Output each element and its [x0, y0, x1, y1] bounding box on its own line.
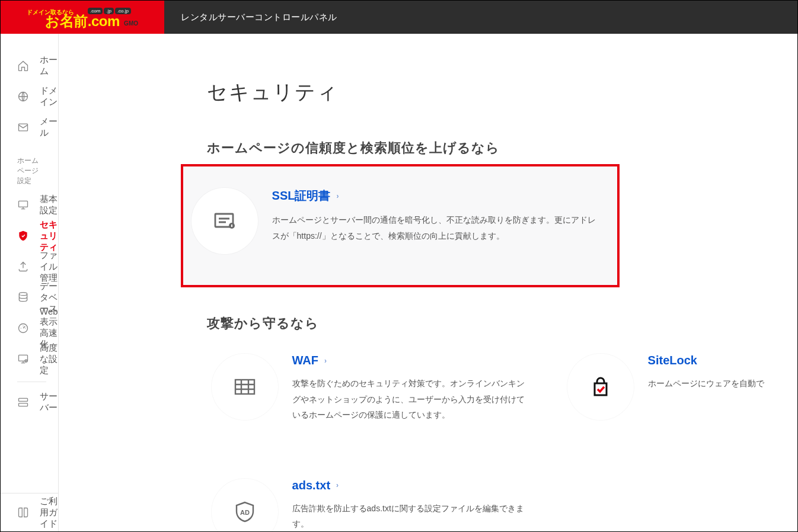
sidebar-item-label: サーバー — [40, 391, 58, 414]
sidebar: ホーム ドメイン メール ホームページ設定 — [1, 34, 59, 531]
brand-dot: .com — [88, 13, 120, 29]
sidebar-item-label: ドメイン — [40, 85, 58, 108]
svg-point-3 — [19, 293, 27, 296]
svg-text:AD: AD — [240, 509, 250, 516]
card-title-text: SSL証明書 — [272, 188, 331, 204]
card-desc-ssl: ホームページとサーバー間の通信を暗号化し、不正な読み取りを防ぎます。更にアドレス… — [272, 212, 599, 243]
sidebar-item-mail[interactable]: メール — [1, 112, 58, 143]
server-icon — [17, 396, 29, 408]
card-title-text: ads.txt — [292, 479, 330, 492]
database-icon — [17, 291, 29, 303]
badge-com: .com — [88, 8, 103, 14]
sidebar-item-label: ホーム — [40, 55, 58, 77]
ssl-icon — [191, 188, 258, 254]
card-desc-adstxt: 広告詐欺を防止するads.txtに関する設定ファイルを編集できます。 — [292, 501, 527, 532]
sidebar-item-label: ファイル管理 — [40, 250, 58, 284]
chevron-right-icon: › — [336, 481, 339, 489]
home-icon — [17, 60, 29, 72]
sidebar-item-server[interactable]: サーバー — [1, 387, 58, 418]
svg-rect-8 — [19, 403, 28, 406]
brand-badges: .com .jp .co.jp — [88, 8, 131, 14]
badge-jp: .jp — [104, 8, 113, 14]
sidebar-item-label: ご利用ガイド — [40, 496, 58, 530]
card-desc-sitelock: ホームページにウェアを自動で — [648, 376, 798, 392]
section-heading-attack: 攻撃から守るなら — [207, 315, 798, 332]
sidebar-item-advanced[interactable]: 高度な設定 — [1, 344, 58, 374]
upload-icon — [17, 261, 29, 273]
brand-name: お名前.com — [45, 14, 120, 28]
sidebar-item-label: 高度な設定 — [40, 342, 58, 376]
brand-main: お名前 — [45, 13, 88, 29]
waf-icon — [212, 354, 278, 420]
sidebar-section-label-text: ホームページ設定 — [17, 156, 39, 186]
card-title-text: SiteLock — [648, 354, 697, 367]
sidebar-section-homepage: ホームページ設定 — [1, 143, 58, 190]
sidebar-item-label: セキュリティ — [40, 219, 58, 253]
card-ssl[interactable]: SSL証明書 › ホームページとサーバー間の通信を暗号化し、不正な読み取りを防ぎ… — [181, 164, 620, 287]
badge-cojp: .co.jp — [115, 8, 131, 14]
app-header: ドメイン取るなら お名前.com .com .jp .co.jp GMO レンタ… — [1, 1, 797, 34]
sidebar-item-files[interactable]: ファイル管理 — [1, 251, 58, 282]
sidebar-divider — [17, 382, 46, 382]
sitelock-icon — [567, 354, 634, 420]
svg-rect-1 — [19, 124, 28, 131]
speed-icon — [17, 322, 29, 334]
chevron-right-icon: › — [324, 357, 327, 365]
page-title: セキュリティ — [207, 79, 798, 106]
mail-icon — [17, 121, 29, 133]
card-desc-waf: 攻撃を防ぐためのセキュリティ対策です。オンラインバンキングやネットショップのよう… — [292, 376, 527, 423]
card-title-adstxt[interactable]: ads.txt › — [292, 479, 527, 492]
sidebar-footer: ご利用ガイド — [1, 493, 58, 531]
card-title-waf[interactable]: WAF › — [292, 354, 527, 367]
main-content: セキュリティ ホームページの信頼度と検索順位を上げるなら SSL証明書 › — [59, 34, 798, 531]
sidebar-item-label: 基本設定 — [40, 194, 58, 216]
sidebar-item-guide[interactable]: ご利用ガイド — [1, 493, 58, 531]
sidebar-item-basic[interactable]: 基本設定 — [1, 190, 58, 220]
sidebar-item-home[interactable]: ホーム — [1, 50, 58, 81]
globe-icon — [17, 91, 29, 102]
card-title-ssl[interactable]: SSL証明書 › — [272, 188, 599, 204]
chevron-right-icon: › — [336, 192, 339, 200]
monitor-gear-icon — [17, 353, 29, 365]
card-sitelock[interactable]: SiteLock ホームページにウェアを自動で — [563, 339, 798, 437]
brand-gmo: GMO — [124, 20, 138, 27]
book-icon — [17, 507, 29, 518]
header-title: レンタルサーバーコントロールパネル — [164, 1, 797, 34]
card-title-text: WAF — [292, 354, 318, 367]
sidebar-item-label: メール — [40, 116, 58, 139]
shield-icon — [17, 230, 29, 242]
monitor-icon — [17, 199, 29, 211]
section-heading-trust: ホームページの信頼度と検索順位を上げるなら — [207, 139, 798, 157]
card-adstxt[interactable]: AD ads.txt › 広告詐欺を防止するads.txtに関する設定ファイルを… — [207, 464, 539, 532]
brand-logo[interactable]: ドメイン取るなら お名前.com .com .jp .co.jp GMO — [1, 1, 164, 34]
card-title-sitelock[interactable]: SiteLock — [648, 354, 798, 367]
sidebar-item-speed[interactable]: Web表示高速化 — [1, 313, 58, 344]
sidebar-item-domain[interactable]: ドメイン — [1, 81, 58, 112]
svg-rect-2 — [19, 201, 28, 207]
adstxt-icon: AD — [212, 479, 278, 532]
svg-rect-7 — [19, 398, 28, 401]
card-waf[interactable]: WAF › 攻撃を防ぐためのセキュリティ対策です。オンラインバンキングやネットシ… — [207, 339, 539, 437]
sidebar-item-security[interactable]: セキュリティ — [1, 220, 58, 251]
svg-rect-11 — [235, 380, 254, 394]
